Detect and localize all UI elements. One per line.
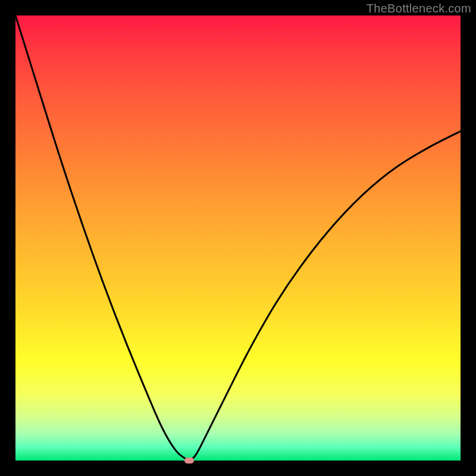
watermark-text: TheBottleneck.com xyxy=(367,2,471,15)
optimal-marker xyxy=(184,458,194,464)
bottleneck-curve xyxy=(15,15,461,461)
chart-frame: TheBottleneck.com xyxy=(0,0,476,476)
plot-area xyxy=(15,15,461,461)
